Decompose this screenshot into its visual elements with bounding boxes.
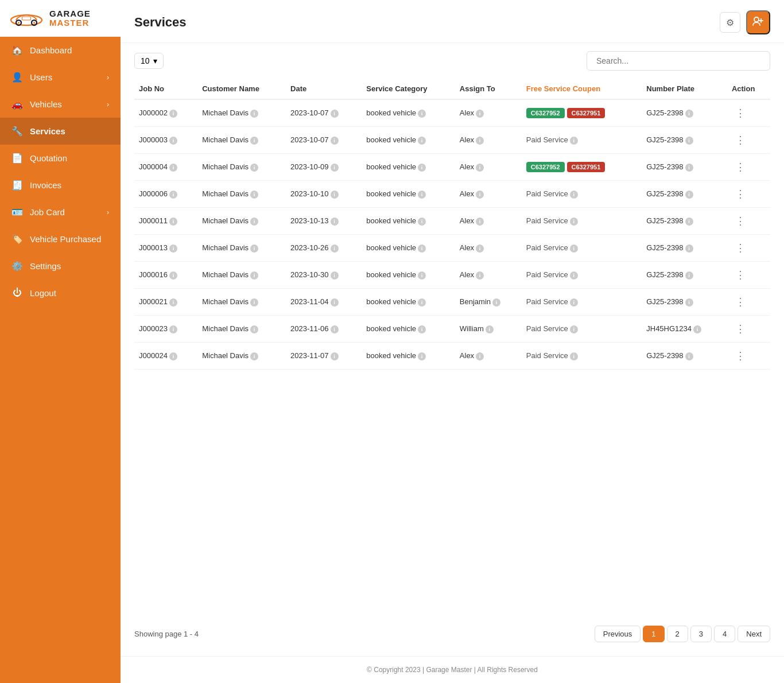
assign-info-icon[interactable]: i — [476, 245, 484, 253]
sidebar-item-dashboard[interactable]: 🏠 Dashboard — [0, 37, 121, 64]
svc-info-icon[interactable]: i — [418, 245, 426, 253]
job-info-icon[interactable]: i — [169, 325, 177, 333]
assign-info-icon[interactable]: i — [476, 164, 484, 172]
customer-info-icon[interactable]: i — [250, 298, 258, 306]
action-menu-button[interactable]: ⋮ — [732, 322, 749, 336]
previous-button[interactable]: Previous — [595, 626, 641, 642]
svc-info-icon[interactable]: i — [418, 110, 426, 118]
sidebar-item-job-card[interactable]: 🪪 Job Card › — [0, 199, 121, 226]
paid-service-info-icon[interactable]: i — [570, 218, 578, 226]
customer-info-icon[interactable]: i — [250, 325, 258, 333]
settings-gear-button[interactable]: ⚙ — [720, 12, 740, 33]
date-info-icon[interactable]: i — [331, 352, 339, 360]
assign-info-icon[interactable]: i — [476, 191, 484, 199]
assign-info-icon[interactable]: i — [476, 137, 484, 145]
customer-info-icon[interactable]: i — [250, 352, 258, 360]
rows-per-page-select[interactable]: 10 ▾ — [134, 53, 164, 69]
assign-info-icon[interactable]: i — [492, 298, 500, 306]
customer-info-icon[interactable]: i — [250, 191, 258, 199]
action-menu-button[interactable]: ⋮ — [732, 241, 749, 255]
date-info-icon[interactable]: i — [331, 164, 339, 172]
date-info-icon[interactable]: i — [331, 218, 339, 226]
job-info-icon[interactable]: i — [169, 245, 177, 253]
plate-info-icon[interactable]: i — [685, 298, 693, 306]
paid-service-info-icon[interactable]: i — [570, 191, 578, 199]
action-menu-button[interactable]: ⋮ — [732, 160, 749, 174]
customer-info-icon[interactable]: i — [250, 137, 258, 145]
job-info-icon[interactable]: i — [169, 298, 177, 306]
action-cell: ⋮ — [727, 262, 770, 289]
plate-info-icon[interactable]: i — [685, 352, 693, 360]
action-menu-button[interactable]: ⋮ — [732, 133, 749, 147]
paid-service-info-icon[interactable]: i — [570, 245, 578, 253]
paid-service-info-icon[interactable]: i — [570, 137, 578, 145]
date-info-icon[interactable]: i — [331, 191, 339, 199]
date-info-icon[interactable]: i — [331, 137, 339, 145]
assign-info-icon[interactable]: i — [476, 352, 484, 360]
job-info-icon[interactable]: i — [169, 271, 177, 280]
job-info-icon[interactable]: i — [169, 352, 177, 360]
job-info-icon[interactable]: i — [169, 191, 177, 199]
add-user-button[interactable] — [746, 10, 770, 34]
paid-service-info-icon[interactable]: i — [570, 352, 578, 360]
svc-info-icon[interactable]: i — [418, 191, 426, 199]
date-info-icon[interactable]: i — [331, 325, 339, 333]
customer-info-icon[interactable]: i — [250, 110, 258, 118]
action-menu-button[interactable]: ⋮ — [732, 214, 749, 228]
sidebar-item-logout[interactable]: ⏻ Logout — [0, 280, 121, 306]
coupon-badge: C6327952 — [526, 162, 565, 172]
plate-info-icon[interactable]: i — [685, 137, 693, 145]
action-menu-button[interactable]: ⋮ — [732, 187, 749, 201]
assign-info-icon[interactable]: i — [476, 110, 484, 118]
date-info-icon[interactable]: i — [331, 271, 339, 280]
sidebar-item-services[interactable]: 🔧 Services — [0, 118, 121, 145]
job-info-icon[interactable]: i — [169, 110, 177, 118]
sidebar-item-settings[interactable]: ⚙️ Settings — [0, 253, 121, 280]
page-2-button[interactable]: 2 — [667, 626, 688, 642]
paid-service-info-icon[interactable]: i — [570, 271, 578, 280]
plate-info-icon[interactable]: i — [685, 271, 693, 280]
svc-info-icon[interactable]: i — [418, 271, 426, 280]
customer-info-icon[interactable]: i — [250, 218, 258, 226]
page-3-button[interactable]: 3 — [690, 626, 712, 642]
customer-info-icon[interactable]: i — [250, 245, 258, 253]
plate-info-icon[interactable]: i — [685, 218, 693, 226]
paid-service-info-icon[interactable]: i — [570, 298, 578, 306]
sidebar-item-vehicle-purchased[interactable]: 🏷️ Vehicle Purchased — [0, 226, 121, 253]
assign-info-icon[interactable]: i — [486, 325, 494, 333]
paid-service-info-icon[interactable]: i — [570, 325, 578, 333]
action-menu-button[interactable]: ⋮ — [732, 106, 749, 120]
job-info-icon[interactable]: i — [169, 137, 177, 145]
svc-info-icon[interactable]: i — [418, 298, 426, 306]
job-info-icon[interactable]: i — [169, 164, 177, 172]
svc-info-icon[interactable]: i — [418, 325, 426, 333]
search-input[interactable] — [587, 51, 770, 71]
action-menu-button[interactable]: ⋮ — [732, 295, 749, 309]
sidebar-item-vehicles[interactable]: 🚗 Vehicles › — [0, 91, 121, 118]
assign-info-icon[interactable]: i — [476, 271, 484, 280]
page-1-button[interactable]: 1 — [643, 626, 664, 642]
sidebar-item-invoices[interactable]: 🧾 Invoices — [0, 172, 121, 199]
customer-info-icon[interactable]: i — [250, 271, 258, 280]
sidebar-item-quotation[interactable]: 📄 Quotation — [0, 145, 121, 172]
plate-info-icon[interactable]: i — [685, 245, 693, 253]
svc-info-icon[interactable]: i — [418, 352, 426, 360]
action-menu-button[interactable]: ⋮ — [732, 349, 749, 363]
date-info-icon[interactable]: i — [331, 245, 339, 253]
action-menu-button[interactable]: ⋮ — [732, 268, 749, 282]
job-info-icon[interactable]: i — [169, 218, 177, 226]
plate-info-icon[interactable]: i — [685, 110, 693, 118]
sidebar-item-users[interactable]: 👤 Users › — [0, 64, 121, 91]
plate-info-icon[interactable]: i — [685, 164, 693, 172]
svc-info-icon[interactable]: i — [418, 164, 426, 172]
plate-info-icon[interactable]: i — [693, 325, 701, 333]
svc-info-icon[interactable]: i — [418, 218, 426, 226]
date-info-icon[interactable]: i — [331, 298, 339, 306]
date-info-icon[interactable]: i — [331, 110, 339, 118]
customer-info-icon[interactable]: i — [250, 164, 258, 172]
next-button[interactable]: Next — [738, 626, 770, 642]
assign-info-icon[interactable]: i — [476, 218, 484, 226]
plate-info-icon[interactable]: i — [685, 191, 693, 199]
page-4-button[interactable]: 4 — [714, 626, 735, 642]
svc-info-icon[interactable]: i — [418, 137, 426, 145]
